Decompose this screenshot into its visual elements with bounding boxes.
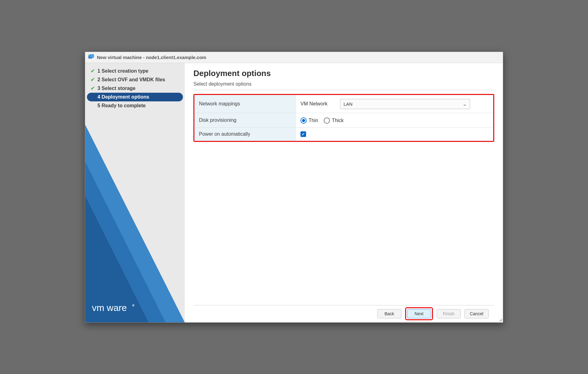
step-label: 5 Ready to complete bbox=[97, 103, 146, 108]
check-icon: ✔ bbox=[90, 86, 95, 91]
step-select-storage[interactable]: ✔ 3 Select storage bbox=[85, 84, 185, 93]
radio-thick-label: Thick bbox=[332, 118, 344, 123]
network-source-name: VM Network bbox=[300, 101, 335, 107]
step-ready-to-complete: ✔ 5 Ready to complete bbox=[85, 101, 185, 110]
divider bbox=[193, 90, 494, 90]
svg-rect-1 bbox=[90, 54, 94, 57]
page-title: Deployment options bbox=[193, 69, 494, 78]
svg-text:R: R bbox=[133, 304, 134, 306]
chevron-down-icon: ⌄ bbox=[463, 101, 467, 107]
vmware-logo: vm ware R bbox=[92, 303, 166, 314]
options-highlight: Network mappings VM Network LAN ⌄ bbox=[193, 94, 494, 142]
step-label: 4 Deployment options bbox=[97, 94, 149, 100]
window-title: New virtual machine - node1.client1.exam… bbox=[97, 55, 206, 60]
vm-icon bbox=[88, 54, 94, 60]
radio-icon bbox=[324, 117, 330, 124]
step-select-ovf-vmdk[interactable]: ✔ 2 Select OVF and VMDK files bbox=[85, 75, 185, 84]
next-button[interactable]: Next bbox=[407, 309, 431, 318]
network-target-value: LAN bbox=[344, 101, 352, 107]
svg-text:ware: ware bbox=[106, 303, 127, 313]
step-label: 2 Select OVF and VMDK files bbox=[97, 77, 165, 83]
check-icon: ✔ bbox=[90, 69, 95, 74]
next-highlight: Next bbox=[405, 307, 433, 320]
radio-thick[interactable]: Thick bbox=[324, 117, 344, 124]
row-disk-provisioning: Disk provisioning Thin Thick bbox=[195, 113, 493, 127]
label-disk-provisioning: Disk provisioning bbox=[195, 113, 296, 127]
titlebar: New virtual machine - node1.client1.exam… bbox=[85, 52, 503, 63]
finish-button: Finish bbox=[437, 309, 461, 318]
step-label: 3 Select storage bbox=[97, 86, 136, 91]
wizard-footer: Back Next Finish Cancel bbox=[193, 305, 494, 322]
back-button[interactable]: Back bbox=[377, 309, 401, 318]
resize-grip-icon[interactable] bbox=[499, 318, 502, 321]
label-power-on: Power on automatically bbox=[195, 127, 296, 141]
radio-thin[interactable]: Thin bbox=[300, 117, 318, 124]
row-power-on: Power on automatically ✓ bbox=[195, 127, 493, 141]
step-select-creation-type[interactable]: ✔ 1 Select creation type bbox=[85, 67, 185, 75]
label-network-mappings: Network mappings bbox=[195, 95, 296, 113]
deployment-options-table: Network mappings VM Network LAN ⌄ bbox=[194, 95, 493, 141]
svg-text:vm: vm bbox=[92, 303, 104, 313]
network-target-select[interactable]: LAN ⌄ bbox=[340, 99, 470, 109]
page-subtitle: Select deployment options bbox=[193, 81, 494, 87]
wizard-main: Deployment options Select deployment opt… bbox=[185, 63, 503, 322]
step-label: 1 Select creation type bbox=[97, 68, 149, 74]
radio-thin-label: Thin bbox=[309, 118, 318, 123]
check-icon: ✔ bbox=[90, 77, 95, 82]
wizard-sidebar: ✔ 1 Select creation type ✔ 2 Select OVF … bbox=[85, 63, 185, 322]
radio-icon bbox=[300, 117, 307, 124]
wizard-dialog: New virtual machine - node1.client1.exam… bbox=[85, 52, 503, 323]
cancel-button[interactable]: Cancel bbox=[465, 309, 489, 318]
row-network-mappings: Network mappings VM Network LAN ⌄ bbox=[195, 95, 493, 113]
step-deployment-options[interactable]: ✔ 4 Deployment options bbox=[87, 93, 183, 101]
wizard-steps: ✔ 1 Select creation type ✔ 2 Select OVF … bbox=[85, 63, 185, 110]
power-on-checkbox[interactable]: ✓ bbox=[300, 131, 306, 137]
